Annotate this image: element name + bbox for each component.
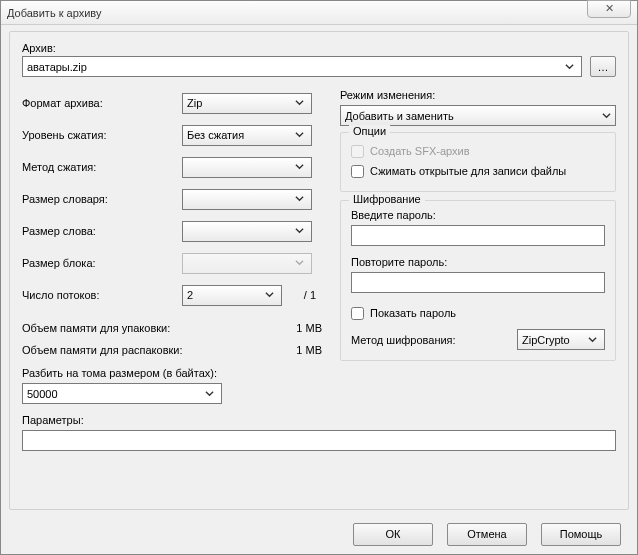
open-shared-checkbox[interactable]: Сжимать открытые для записи файлы <box>351 161 605 181</box>
chevron-down-icon <box>562 61 577 73</box>
dict-select[interactable] <box>182 189 312 210</box>
encryption-group: Шифрование Введите пароль: Повторите пар… <box>340 200 616 361</box>
cancel-button[interactable]: Отмена <box>447 523 527 546</box>
footer: ОК Отмена Помощь <box>1 514 637 554</box>
open-shared-checkbox-input[interactable] <box>351 165 364 178</box>
password2-input[interactable] <box>351 272 605 293</box>
chevron-down-icon <box>202 388 217 400</box>
params-input[interactable] <box>22 430 616 451</box>
left-column: Формат архива: Zip Уровень сжатия: Без с… <box>22 89 322 404</box>
chevron-down-icon <box>292 129 307 141</box>
mem-unpack-value: 1 MB <box>296 344 322 356</box>
chevron-down-icon <box>292 257 307 269</box>
encryption-legend: Шифрование <box>349 193 425 205</box>
options-legend: Опции <box>349 125 390 137</box>
mode-label: Режим изменения: <box>340 89 616 101</box>
password-label: Введите пароль: <box>351 209 605 221</box>
titlebar: Добавить к архиву ✕ <box>1 1 637 25</box>
mem-pack-value: 1 MB <box>296 322 322 334</box>
show-password-checkbox[interactable]: Показать пароль <box>351 303 605 323</box>
params-section: Параметры: <box>22 414 616 451</box>
show-password-checkbox-input[interactable] <box>351 307 364 320</box>
dialog-window: Добавить к архиву ✕ Архив: аватары.zip …… <box>0 0 638 555</box>
sfx-checkbox-input <box>351 145 364 158</box>
threads-select[interactable]: 2 <box>182 285 282 306</box>
help-button[interactable]: Помощь <box>541 523 621 546</box>
options-group: Опции Создать SFX-архив Сжимать открытые… <box>340 132 616 192</box>
mem-unpack-label: Объем памяти для распаковки: <box>22 344 183 356</box>
archive-label: Архив: <box>22 42 616 54</box>
right-column: Режим изменения: Добавить и заменить Опц… <box>340 89 616 404</box>
password-input[interactable] <box>351 225 605 246</box>
level-label: Уровень сжатия: <box>22 129 182 141</box>
chevron-down-icon <box>292 97 307 109</box>
level-select[interactable]: Без сжатия <box>182 125 312 146</box>
method-label: Метод сжатия: <box>22 161 182 173</box>
chevron-down-icon <box>292 225 307 237</box>
split-combo[interactable]: 50000 <box>22 383 222 404</box>
archive-path-value: аватары.zip <box>27 61 87 73</box>
method-select[interactable] <box>182 157 312 178</box>
word-label: Размер слова: <box>22 225 182 237</box>
password2-label: Повторите пароль: <box>351 256 605 268</box>
format-select[interactable]: Zip <box>182 93 312 114</box>
close-button[interactable]: ✕ <box>587 0 631 18</box>
sfx-checkbox: Создать SFX-архив <box>351 141 605 161</box>
split-value: 50000 <box>27 388 58 400</box>
enc-method-select[interactable]: ZipCrypto <box>517 329 605 350</box>
split-label: Разбить на тома размером (в байтах): <box>22 367 322 379</box>
mem-pack-label: Объем памяти для упаковки: <box>22 322 170 334</box>
dict-label: Размер словаря: <box>22 193 182 205</box>
close-icon: ✕ <box>605 2 614 15</box>
ellipsis-icon: … <box>598 61 609 73</box>
block-label: Размер блока: <box>22 257 182 269</box>
content-panel: Архив: аватары.zip … Формат архива: Zip … <box>9 31 629 510</box>
chevron-down-icon <box>292 161 307 173</box>
chevron-down-icon <box>292 193 307 205</box>
mode-select[interactable]: Добавить и заменить <box>340 105 616 126</box>
format-label: Формат архива: <box>22 97 182 109</box>
params-label: Параметры: <box>22 414 616 426</box>
window-title: Добавить к архиву <box>7 7 587 19</box>
word-select[interactable] <box>182 221 312 242</box>
chevron-down-icon <box>602 110 611 122</box>
threads-label: Число потоков: <box>22 289 182 301</box>
block-select <box>182 253 312 274</box>
chevron-down-icon <box>585 334 600 346</box>
chevron-down-icon <box>262 289 277 301</box>
threads-max: / 1 <box>304 289 322 301</box>
ok-button[interactable]: ОК <box>353 523 433 546</box>
enc-method-label: Метод шифрования: <box>351 334 507 346</box>
browse-button[interactable]: … <box>590 56 616 77</box>
archive-path-combo[interactable]: аватары.zip <box>22 56 582 77</box>
